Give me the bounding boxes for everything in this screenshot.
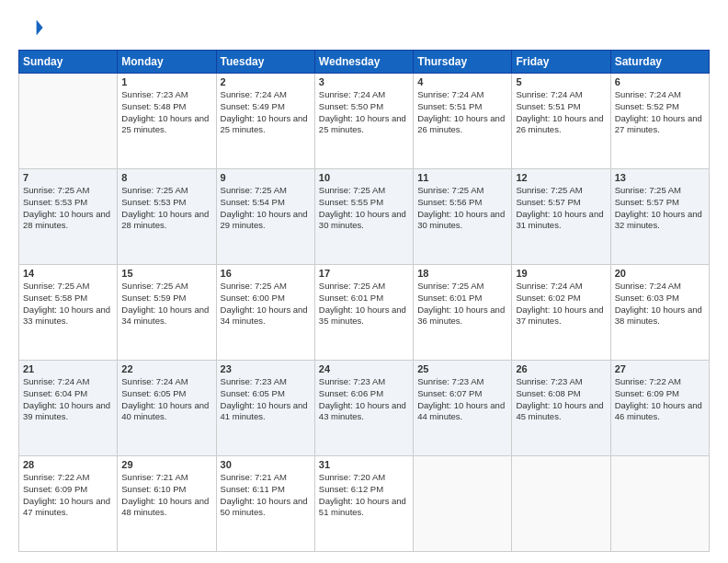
header (18, 15, 710, 40)
day-number: 13 (615, 172, 705, 183)
day-cell: 26Sunrise: 7:23 AM Sunset: 6:08 PM Dayli… (512, 361, 610, 456)
day-info: Sunrise: 7:25 AM Sunset: 5:55 PM Dayligh… (319, 185, 409, 232)
day-info: Sunrise: 7:21 AM Sunset: 6:10 PM Dayligh… (121, 472, 211, 519)
day-info: Sunrise: 7:24 AM Sunset: 5:52 PM Dayligh… (615, 89, 705, 136)
day-info: Sunrise: 7:25 AM Sunset: 6:00 PM Dayligh… (221, 281, 311, 327)
day-info: Sunrise: 7:23 AM Sunset: 5:48 PM Dayligh… (121, 89, 211, 136)
day-info: Sunrise: 7:25 AM Sunset: 5:53 PM Dayligh… (121, 185, 211, 232)
day-cell: 14Sunrise: 7:25 AM Sunset: 5:58 PM Dayli… (19, 265, 118, 361)
day-info: Sunrise: 7:25 AM Sunset: 5:59 PM Dayligh… (121, 281, 211, 327)
day-cell: 11Sunrise: 7:25 AM Sunset: 5:56 PM Dayli… (414, 169, 512, 265)
day-cell: 17Sunrise: 7:25 AM Sunset: 6:01 PM Dayli… (314, 265, 413, 361)
day-number: 3 (319, 76, 409, 87)
day-info: Sunrise: 7:23 AM Sunset: 6:08 PM Dayligh… (516, 376, 606, 423)
day-number: 17 (319, 268, 409, 279)
day-info: Sunrise: 7:24 AM Sunset: 5:50 PM Dayligh… (319, 89, 409, 136)
day-number: 9 (221, 172, 311, 183)
day-number: 14 (23, 268, 113, 279)
day-number: 11 (417, 172, 507, 183)
weekday-header-saturday: Saturday (610, 51, 709, 74)
day-cell: 15Sunrise: 7:25 AM Sunset: 5:59 PM Dayli… (118, 265, 216, 361)
day-number: 1 (121, 76, 211, 87)
day-info: Sunrise: 7:25 AM Sunset: 5:57 PM Dayligh… (516, 185, 606, 232)
weekday-header-friday: Friday (512, 51, 610, 74)
day-cell: 2Sunrise: 7:24 AM Sunset: 5:49 PM Daylig… (216, 74, 314, 169)
day-number: 20 (615, 268, 705, 279)
day-number: 8 (121, 172, 211, 183)
day-info: Sunrise: 7:25 AM Sunset: 5:54 PM Dayligh… (221, 185, 311, 232)
week-row-4: 21Sunrise: 7:24 AM Sunset: 6:04 PM Dayli… (19, 361, 710, 456)
day-number: 19 (516, 268, 606, 279)
day-number: 26 (516, 363, 606, 374)
weekday-header-tuesday: Tuesday (216, 51, 314, 74)
day-number: 5 (516, 76, 606, 87)
day-cell: 1Sunrise: 7:23 AM Sunset: 5:48 PM Daylig… (118, 74, 216, 169)
day-number: 16 (221, 268, 311, 279)
day-number: 23 (221, 363, 311, 374)
day-cell (19, 74, 118, 169)
day-info: Sunrise: 7:24 AM Sunset: 6:05 PM Dayligh… (121, 376, 211, 423)
week-row-5: 28Sunrise: 7:22 AM Sunset: 6:09 PM Dayli… (19, 456, 710, 552)
day-info: Sunrise: 7:24 AM Sunset: 6:02 PM Dayligh… (516, 281, 606, 327)
day-info: Sunrise: 7:25 AM Sunset: 5:57 PM Dayligh… (615, 185, 705, 232)
day-cell: 31Sunrise: 7:20 AM Sunset: 6:12 PM Dayli… (314, 456, 413, 552)
day-cell: 12Sunrise: 7:25 AM Sunset: 5:57 PM Dayli… (512, 169, 610, 265)
day-info: Sunrise: 7:25 AM Sunset: 5:53 PM Dayligh… (23, 185, 113, 232)
weekday-header-row: SundayMondayTuesdayWednesdayThursdayFrid… (19, 51, 710, 74)
day-cell: 4Sunrise: 7:24 AM Sunset: 5:51 PM Daylig… (414, 74, 512, 169)
day-info: Sunrise: 7:24 AM Sunset: 6:04 PM Dayligh… (23, 376, 113, 423)
day-info: Sunrise: 7:24 AM Sunset: 5:51 PM Dayligh… (417, 89, 507, 136)
calendar-table: SundayMondayTuesdayWednesdayThursdayFrid… (18, 50, 710, 552)
day-info: Sunrise: 7:23 AM Sunset: 6:05 PM Dayligh… (221, 376, 311, 423)
logo (18, 15, 46, 40)
day-number: 6 (615, 76, 705, 87)
day-cell: 10Sunrise: 7:25 AM Sunset: 5:55 PM Dayli… (314, 169, 413, 265)
day-cell: 8Sunrise: 7:25 AM Sunset: 5:53 PM Daylig… (118, 169, 216, 265)
day-number: 31 (319, 459, 409, 470)
day-info: Sunrise: 7:25 AM Sunset: 5:58 PM Dayligh… (23, 281, 113, 327)
day-cell: 22Sunrise: 7:24 AM Sunset: 6:05 PM Dayli… (118, 361, 216, 456)
day-cell: 30Sunrise: 7:21 AM Sunset: 6:11 PM Dayli… (216, 456, 314, 552)
day-number: 27 (615, 363, 705, 374)
day-cell: 5Sunrise: 7:24 AM Sunset: 5:51 PM Daylig… (512, 74, 610, 169)
day-cell: 7Sunrise: 7:25 AM Sunset: 5:53 PM Daylig… (19, 169, 118, 265)
day-cell: 27Sunrise: 7:22 AM Sunset: 6:09 PM Dayli… (610, 361, 709, 456)
day-number: 12 (516, 172, 606, 183)
day-cell: 21Sunrise: 7:24 AM Sunset: 6:04 PM Dayli… (19, 361, 118, 456)
day-number: 15 (121, 268, 211, 279)
day-info: Sunrise: 7:25 AM Sunset: 5:56 PM Dayligh… (417, 185, 507, 232)
day-info: Sunrise: 7:23 AM Sunset: 6:06 PM Dayligh… (319, 376, 409, 423)
week-row-1: 1Sunrise: 7:23 AM Sunset: 5:48 PM Daylig… (19, 74, 710, 169)
day-cell: 28Sunrise: 7:22 AM Sunset: 6:09 PM Dayli… (19, 456, 118, 552)
day-number: 4 (417, 76, 507, 87)
day-info: Sunrise: 7:24 AM Sunset: 5:51 PM Dayligh… (516, 89, 606, 136)
day-cell: 24Sunrise: 7:23 AM Sunset: 6:06 PM Dayli… (314, 361, 413, 456)
day-cell: 9Sunrise: 7:25 AM Sunset: 5:54 PM Daylig… (216, 169, 314, 265)
week-row-3: 14Sunrise: 7:25 AM Sunset: 5:58 PM Dayli… (19, 265, 710, 361)
day-info: Sunrise: 7:23 AM Sunset: 6:07 PM Dayligh… (417, 376, 507, 423)
day-info: Sunrise: 7:25 AM Sunset: 6:01 PM Dayligh… (417, 281, 507, 327)
svg-rect-1 (21, 20, 38, 36)
weekday-header-monday: Monday (118, 51, 216, 74)
day-number: 10 (319, 172, 409, 183)
day-cell (512, 456, 610, 552)
day-number: 28 (23, 459, 113, 470)
day-cell (610, 456, 709, 552)
day-info: Sunrise: 7:22 AM Sunset: 6:09 PM Dayligh… (615, 376, 705, 423)
day-number: 18 (417, 268, 507, 279)
day-cell: 13Sunrise: 7:25 AM Sunset: 5:57 PM Dayli… (610, 169, 709, 265)
day-number: 21 (23, 363, 113, 374)
day-cell: 23Sunrise: 7:23 AM Sunset: 6:05 PM Dayli… (216, 361, 314, 456)
day-number: 7 (23, 172, 113, 183)
day-cell: 3Sunrise: 7:24 AM Sunset: 5:50 PM Daylig… (314, 74, 413, 169)
day-cell: 6Sunrise: 7:24 AM Sunset: 5:52 PM Daylig… (610, 74, 709, 169)
day-number: 22 (121, 363, 211, 374)
day-cell: 18Sunrise: 7:25 AM Sunset: 6:01 PM Dayli… (414, 265, 512, 361)
day-number: 29 (121, 459, 211, 470)
day-cell: 20Sunrise: 7:24 AM Sunset: 6:03 PM Dayli… (610, 265, 709, 361)
day-number: 24 (319, 363, 409, 374)
day-info: Sunrise: 7:20 AM Sunset: 6:12 PM Dayligh… (319, 472, 409, 519)
day-info: Sunrise: 7:25 AM Sunset: 6:01 PM Dayligh… (319, 281, 409, 327)
day-number: 25 (417, 363, 507, 374)
day-cell: 16Sunrise: 7:25 AM Sunset: 6:00 PM Dayli… (216, 265, 314, 361)
